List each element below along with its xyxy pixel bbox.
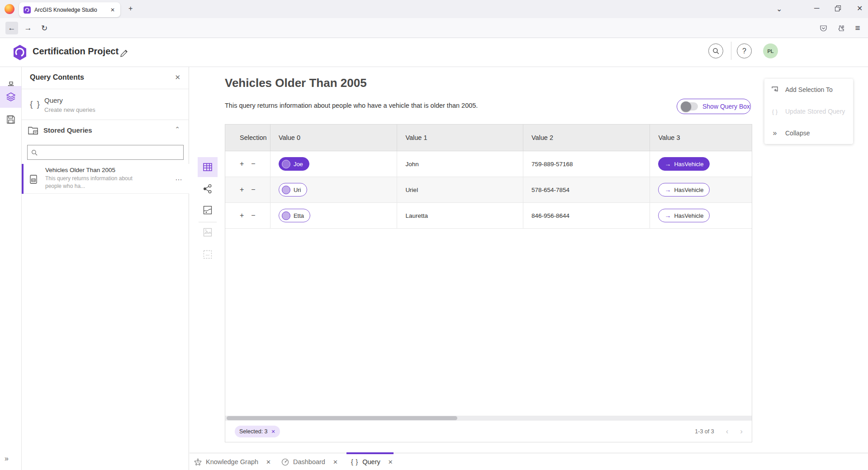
entity-label: Joe xyxy=(294,161,303,168)
window-restore-button[interactable] xyxy=(835,5,841,11)
column-header[interactable]: Value 3 xyxy=(650,125,752,151)
map-view-button[interactable] xyxy=(198,200,218,220)
stored-queries-header[interactable]: Stored Queries ⌃ xyxy=(22,120,189,141)
page-title: Vehicles Older Than 2005 xyxy=(225,76,367,90)
firefox-logo-icon[interactable] xyxy=(5,4,14,14)
tab-dashboard[interactable]: Dashboard ✕ xyxy=(281,453,338,470)
avatar[interactable]: PL xyxy=(763,43,778,58)
link-chart-view-button[interactable] xyxy=(198,179,218,199)
scrollbar-thumb[interactable] xyxy=(227,416,457,420)
browser-titlebar: ArcGIS Knowledge Studio ✕ + ⌄ ─ ✕ xyxy=(0,0,868,18)
column-header[interactable]: Value 2 xyxy=(523,125,650,151)
new-map-button[interactable] xyxy=(198,222,218,242)
list-tabs-icon[interactable]: ⌄ xyxy=(776,5,782,13)
close-tab-icon[interactable]: ✕ xyxy=(266,459,271,465)
save-icon[interactable] xyxy=(0,109,21,130)
query-item-description: Create new queries xyxy=(44,106,95,113)
entity-label: Uri xyxy=(294,187,301,193)
value-cell: John xyxy=(397,151,523,177)
tab-label: Dashboard xyxy=(293,458,325,465)
back-button[interactable]: ← xyxy=(5,22,18,34)
pocket-icon[interactable] xyxy=(817,22,830,34)
knowledge-graph-icon xyxy=(194,458,202,466)
expand-rail-icon[interactable]: » xyxy=(5,455,9,463)
tab-title: ArcGIS Knowledge Studio xyxy=(34,7,106,13)
new-tab-button[interactable]: + xyxy=(128,5,133,12)
table-row: + − Joe John 759-889-57168 → HasVehicle xyxy=(225,151,752,177)
dashboard-gauge-icon xyxy=(281,458,289,466)
chevron-up-icon[interactable]: ⌃ xyxy=(175,125,180,133)
toggle-knob[interactable] xyxy=(681,101,691,112)
value-cell: 578-654-7854 xyxy=(523,177,650,202)
left-rail xyxy=(0,67,22,470)
entity-pill[interactable]: Uri xyxy=(279,183,308,197)
extensions-puzzle-icon[interactable] xyxy=(834,22,847,34)
table-row: + − Etta Lauretta 846-956-8644 → HasVehi… xyxy=(225,203,752,229)
selected-count-chip[interactable]: Selected: 3 ✕ xyxy=(235,426,280,437)
menu-item-collapse[interactable]: » Collapse xyxy=(764,122,853,144)
app-header: Certification Project ? PL publisher2 la… xyxy=(0,38,868,67)
stored-queries-search[interactable] xyxy=(27,145,184,160)
layers-panel-icon[interactable] xyxy=(0,86,21,108)
context-menu: Add Selection To { } Update Stored Query… xyxy=(764,79,853,144)
entity-pill[interactable]: Etta xyxy=(279,209,310,222)
query-contents-panel: Query Contents ✕ { } Query Create new qu… xyxy=(22,67,189,470)
pagination: 1-3 of 3 ‹ › xyxy=(695,421,743,442)
window-close-button[interactable]: ✕ xyxy=(857,5,863,12)
remove-from-selection-button[interactable]: − xyxy=(251,160,255,168)
relationship-pill[interactable]: → HasVehicle xyxy=(658,157,710,171)
forward-button[interactable]: → xyxy=(22,22,34,34)
menu-hamburger-icon[interactable]: ≡ xyxy=(851,22,864,34)
entity-avatar-icon xyxy=(282,211,290,220)
column-header[interactable]: Value 0 xyxy=(270,125,398,151)
toggle-track[interactable] xyxy=(682,102,698,110)
tab-query[interactable]: { } Query ✕ xyxy=(351,453,393,470)
reload-button[interactable]: ↻ xyxy=(38,22,51,34)
previous-page-icon[interactable]: ‹ xyxy=(726,427,729,436)
search-input[interactable] xyxy=(40,149,180,156)
menu-item-update-stored-query[interactable]: { } Update Stored Query xyxy=(764,101,853,122)
add-selection-icon xyxy=(771,86,779,94)
add-to-selection-button[interactable]: + xyxy=(240,212,244,219)
edit-project-pencil-icon[interactable] xyxy=(120,49,128,58)
value-cell: Uriel xyxy=(397,177,523,202)
tab-knowledge-graph[interactable]: Knowledge Graph ✕ xyxy=(194,453,271,470)
horizontal-scrollbar[interactable] xyxy=(225,416,752,421)
close-tab-icon[interactable]: ✕ xyxy=(388,459,393,465)
next-page-icon[interactable]: › xyxy=(740,427,743,436)
relationship-label: HasVehicle xyxy=(674,212,703,219)
relationship-pill[interactable]: → HasVehicle xyxy=(658,183,710,197)
table-header-row: Selection Value 0 Value 1 Value 2 Value … xyxy=(225,125,752,151)
item-options-ellipsis-icon[interactable]: … xyxy=(175,174,183,182)
clear-selection-icon[interactable]: ✕ xyxy=(271,429,275,435)
search-icon[interactable] xyxy=(708,43,723,58)
add-to-selection-button[interactable]: + xyxy=(240,186,244,193)
help-icon[interactable]: ? xyxy=(737,43,752,58)
remove-from-selection-button[interactable]: − xyxy=(251,212,255,219)
browser-tab[interactable]: ArcGIS Knowledge Studio ✕ xyxy=(19,2,120,17)
table-view-button[interactable] xyxy=(198,157,218,177)
entity-pill[interactable]: Joe xyxy=(279,157,309,171)
tab-close-icon[interactable]: ✕ xyxy=(109,7,116,13)
window-minimize-button[interactable]: ─ xyxy=(814,5,819,12)
menu-item-add-selection-to[interactable]: Add Selection To xyxy=(764,79,853,101)
add-to-selection-button[interactable]: + xyxy=(240,160,244,168)
remove-from-selection-button[interactable]: − xyxy=(251,186,255,193)
selection-map-button[interactable] xyxy=(198,245,218,264)
pagination-range: 1-3 of 3 xyxy=(695,428,714,435)
relationship-pill[interactable]: → HasVehicle xyxy=(658,209,710,222)
panel-close-icon[interactable]: ✕ xyxy=(175,73,180,82)
stored-query-description: This query returns information about xyxy=(45,175,133,182)
show-query-box-toggle[interactable]: Show Query Box xyxy=(677,99,751,114)
selected-count-label: Selected: 3 xyxy=(239,428,268,435)
stored-query-item[interactable]: Vehicles Older Than 2005 This query retu… xyxy=(22,164,189,194)
value-cell: 846-956-8644 xyxy=(523,203,650,228)
stored-queries-title: Stored Queries xyxy=(43,126,92,134)
new-query-item[interactable]: { } Query Create new queries xyxy=(22,89,189,120)
close-tab-icon[interactable]: ✕ xyxy=(333,459,338,465)
column-header[interactable]: Value 1 xyxy=(397,125,523,151)
column-header[interactable]: Selection xyxy=(225,125,270,151)
tab-label: Knowledge Graph xyxy=(206,458,258,465)
menu-item-label: Add Selection To xyxy=(785,86,833,93)
value-cell: Lauretta xyxy=(397,203,523,228)
